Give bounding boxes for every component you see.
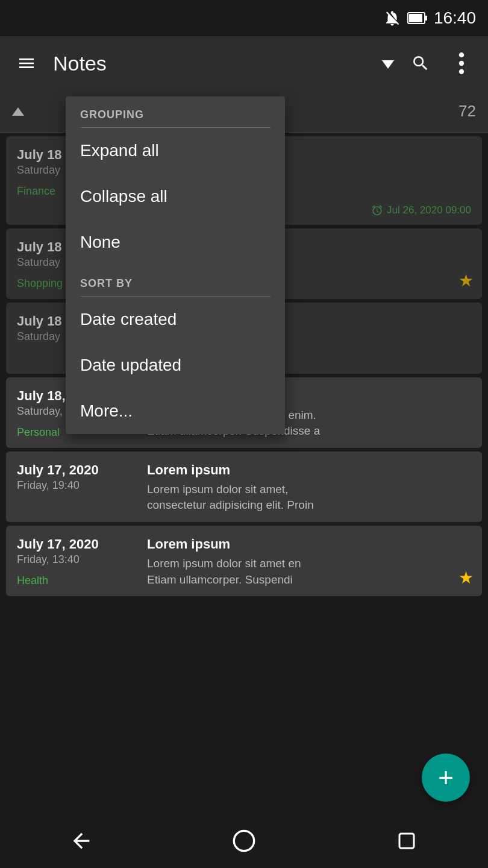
note-preview: Lorem ipsum dolor sit amet enEtiam ullam… <box>147 556 471 588</box>
grouping-dropdown-menu: GROUPING Expand all Collapse all None SO… <box>66 96 285 434</box>
more-options-button[interactable] <box>447 49 476 78</box>
note-right: Lorem ipsum Lorem ipsum dolor sit amet e… <box>147 536 471 588</box>
more-menu-item[interactable]: More... <box>66 388 285 434</box>
date-created-menu-item[interactable]: Date created <box>66 297 285 342</box>
note-date-sub: Friday, 13:40 <box>17 553 137 566</box>
date-updated-menu-item[interactable]: Date updated <box>66 342 285 388</box>
note-card[interactable]: July 17, 2020 Friday, 19:40 Lorem ipsum … <box>6 451 482 522</box>
star-icon: ★ <box>458 271 474 291</box>
search-button[interactable] <box>406 49 435 78</box>
svg-point-6 <box>234 831 254 851</box>
menu-button[interactable] <box>12 49 41 78</box>
svg-rect-1 <box>425 16 427 20</box>
home-button[interactable] <box>229 826 259 856</box>
group-count: 72 <box>458 102 476 121</box>
alarm-label: Jul 26, 2020 09:00 <box>371 204 471 216</box>
note-preview: Lorem ipsum dolor sit amet,consectetur a… <box>147 482 471 514</box>
svg-rect-2 <box>409 14 422 22</box>
collapse-all-menu-item[interactable]: Collapse all <box>66 174 285 219</box>
back-button[interactable] <box>66 826 96 856</box>
status-time: 16:40 <box>434 8 476 28</box>
status-bar: 16:40 <box>0 0 488 36</box>
app-bar: Notes <box>0 36 488 90</box>
note-left: July 17, 2020 Friday, 13:40 Health <box>17 536 137 588</box>
note-date-main: July 17, 2020 <box>17 536 137 552</box>
sort-by-section-header: SORT BY <box>66 265 285 296</box>
collapse-icon[interactable] <box>12 107 24 116</box>
notification-off-icon <box>383 9 401 27</box>
svg-rect-7 <box>399 834 414 848</box>
note-right: Lorem ipsum Lorem ipsum dolor sit amet,c… <box>147 462 471 514</box>
app-title: Notes <box>53 52 378 75</box>
title-area: Notes <box>53 52 394 75</box>
none-menu-item[interactable]: None <box>66 219 285 265</box>
svg-point-3 <box>459 52 464 57</box>
fab-add-button[interactable]: + <box>422 753 470 802</box>
grouping-section-header: GROUPING <box>66 96 285 127</box>
note-date-main: July 17, 2020 <box>17 462 137 478</box>
note-left: July 17, 2020 Friday, 19:40 <box>17 462 137 514</box>
note-card[interactable]: July 17, 2020 Friday, 13:40 Health Lorem… <box>6 526 482 596</box>
star-icon: ★ <box>458 568 474 588</box>
recents-button[interactable] <box>392 826 422 856</box>
note-date-sub: Friday, 19:40 <box>17 479 137 492</box>
nav-bar <box>0 814 488 868</box>
note-title: Lorem ipsum <box>147 462 471 478</box>
svg-point-4 <box>459 61 464 66</box>
svg-point-5 <box>459 69 464 74</box>
status-icons: 16:40 <box>383 8 476 28</box>
expand-all-menu-item[interactable]: Expand all <box>66 128 285 174</box>
note-tag: Health <box>17 574 137 587</box>
note-title: Lorem ipsum <box>147 536 471 552</box>
battery-icon <box>407 11 428 25</box>
fab-plus-icon: + <box>438 764 454 791</box>
dropdown-triangle-icon <box>382 60 394 69</box>
